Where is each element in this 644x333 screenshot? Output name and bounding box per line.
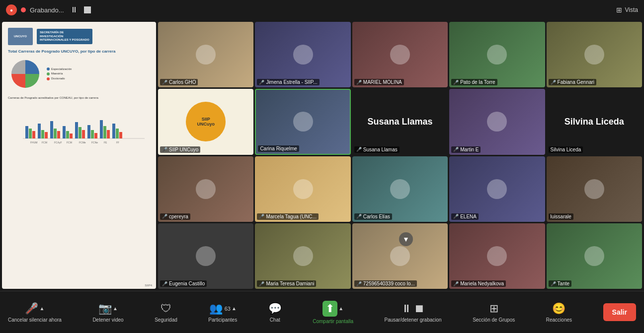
breakout-rooms-group[interactable]: ⊞ Sección de Grupos [473,302,515,323]
mic-caret-icon[interactable]: ▲ [39,306,44,311]
bar-chart-area: Carreras de Posgrado acreditados por CON… [8,96,150,148]
mic-muted-icon-16: 🎤 [162,281,167,286]
video-cell-12: 🎤 Marcela Tagua (UNC... [255,156,350,222]
mic-muted-icon-9: 🎤 [453,147,459,152]
video-cell-4: 🎤 Pato de la Torre [449,22,545,87]
avatar-1 [177,32,234,78]
breakout-icon-area: ⊞ [489,302,498,315]
mic-muted-icon-8: 🎤 [356,147,362,152]
participant-name-6: 🎤 SIIP UNCuyo [160,146,200,153]
bar-chart: FHUM FCM FCAyF FCM FCMe FCNe FE FF [8,101,147,146]
participant-name-20: 🎤 Tante [549,280,571,287]
left-panel: UNCUYO SECRETARÍA DEINVESTIGACIÓNINTERNA… [2,22,156,289]
video-caret-icon[interactable]: ▲ [113,306,118,311]
mic-control-group[interactable]: 🎤 ▲ Cancelar silenciar ahora [8,302,62,323]
svg-text:FCMe: FCMe [79,141,86,144]
main-content: UNCUYO SECRETARÍA DEINVESTIGACIÓNINTERNA… [0,20,644,291]
video-cell-3: 🎤 MARIEL MOLINA [352,22,448,87]
avatar-3 [371,32,428,78]
breakout-toolbar-icon: ⊞ [489,302,498,315]
recording-label-toolbar: Pausar/detener grabacion [385,317,442,323]
participants-group[interactable]: 👥 63 ▲ Participantes [208,302,237,323]
stop-recording-button[interactable] [84,6,91,13]
video-label: Detener video [92,317,123,323]
recording-label: Grabando... [30,6,64,14]
top-bar-left: ● Grabando... ⏸ [6,4,91,15]
avatar-16 [177,233,234,279]
name-only-8: Susana Llamas [367,117,432,127]
share-screen-group[interactable]: ⬆ ▲ Compartir pantalla [313,301,353,324]
participant-name-9: 🎤 Martin E [451,146,481,153]
svg-text:FE: FE [104,141,107,144]
svg-rect-12 [66,131,69,138]
security-group[interactable]: 🛡 Seguridad [155,302,177,323]
video-control-group[interactable]: 📷 ▲ Detener video [92,302,123,323]
top-bar-right: ⊞ Vista [616,6,638,14]
video-cell-13: 🎤 Carlos Elías [352,156,448,222]
video-cell-9: 🎤 Martin E [449,89,545,154]
avatar-13 [371,166,428,212]
uncuyo-logo: UNCUYO [8,28,33,45]
svg-text:FCM: FCM [42,141,47,144]
video-cell-6: SIIPUNCuyo 🎤 SIIP UNCuyo [158,89,253,154]
exit-button[interactable]: Salir [603,303,636,321]
video-grid: 🎤 Carlos GHO 🎤 Jimena Estrella - SIIP...… [158,22,642,289]
top-bar: ● Grabando... ⏸ ⊞ Vista [0,0,644,20]
pie-chart-area: Especialización Maestría Doctorado [8,57,150,91]
mic-muted-icon-19: 🎤 [453,281,459,286]
mic-muted-icon-3: 🎤 [356,80,362,85]
share-screen-caret-icon[interactable]: ▲ [338,306,343,311]
avatar-4 [469,32,526,78]
video-cell-10: Silvina Liceda Silvina Liceda [547,89,642,154]
participant-name-8: 🎤 Susana Llamas [354,146,400,153]
pie-chart [8,57,43,91]
recording-control-group[interactable]: ⏸ ⏹ Pausar/detener grabacion [385,302,442,323]
video-cell-11: 🎤 cpereyra [158,156,253,222]
chat-icon-area: 💬 [268,302,282,315]
svg-rect-24 [116,129,119,138]
chat-toolbar-icon: 💬 [268,302,282,315]
video-cell-8: Susana Llamas 🎤 Susana Llamas [352,89,448,154]
mic-muted-icon-12: 🎤 [259,214,264,219]
mic-muted-icon-18: 🎤 [356,281,362,286]
pie-legend: Especialización Maestría Doctorado [47,67,72,81]
avatar-12 [274,166,331,212]
svg-rect-18 [91,130,94,138]
svg-rect-22 [107,130,110,138]
slide-header: UNCUYO SECRETARÍA DEINVESTIGACIÓNINTERNA… [8,28,150,45]
reactions-label: Reacciones [546,317,572,323]
mic-muted-icon-6: 🎤 [162,147,167,152]
slide-title-block: SECRETARÍA DEINVESTIGACIÓNINTERNACIONALE… [37,29,92,44]
video-cell-16: 🎤 Eugenia Castillo [158,223,253,289]
avatar-9 [469,99,526,145]
pause-recording-button[interactable]: ⏸ [68,5,80,14]
participant-name-11: 🎤 cpereyra [160,213,190,220]
chat-group[interactable]: 💬 Chat [268,302,282,323]
participant-count: 63 [225,306,231,312]
mic-muted-icon-17: 🎤 [259,281,264,286]
participants-caret-icon[interactable]: ▲ [232,306,237,311]
scroll-down-indicator[interactable]: ▼ [399,232,413,246]
avatar-19 [469,233,526,279]
participant-name-15: luissarale [549,213,573,220]
participant-name-2: 🎤 Jimena Estrella - SIIP... [257,79,319,85]
mic-muted-icon-1: 🎤 [162,80,167,85]
participant-name-18: 🎤 72596540339 coco lo... [354,280,417,287]
mic-icon-area: 🎤 ▲ [25,302,44,315]
svg-rect-25 [119,132,122,138]
svg-rect-2 [25,126,28,138]
svg-text:FF: FF [116,141,119,144]
reactions-group[interactable]: 😊 Reacciones [546,302,572,323]
participant-name-19: 🎤 Mariela Nedyalkova [451,280,506,287]
stop-toolbar-icon: ⏹ [414,302,425,315]
avatar-20 [565,233,623,279]
svg-rect-5 [38,124,41,138]
breakout-label: Sección de Grupos [473,317,515,323]
participant-name-3: 🎤 MARIEL MOLINA [354,79,404,85]
mic-muted-icon-20: 🎤 [551,281,556,286]
avatar-11 [177,166,234,212]
svg-rect-17 [87,125,90,138]
chat-label: Chat [270,317,280,323]
svg-rect-13 [70,133,73,138]
svg-text:FCNe: FCNe [91,141,98,144]
